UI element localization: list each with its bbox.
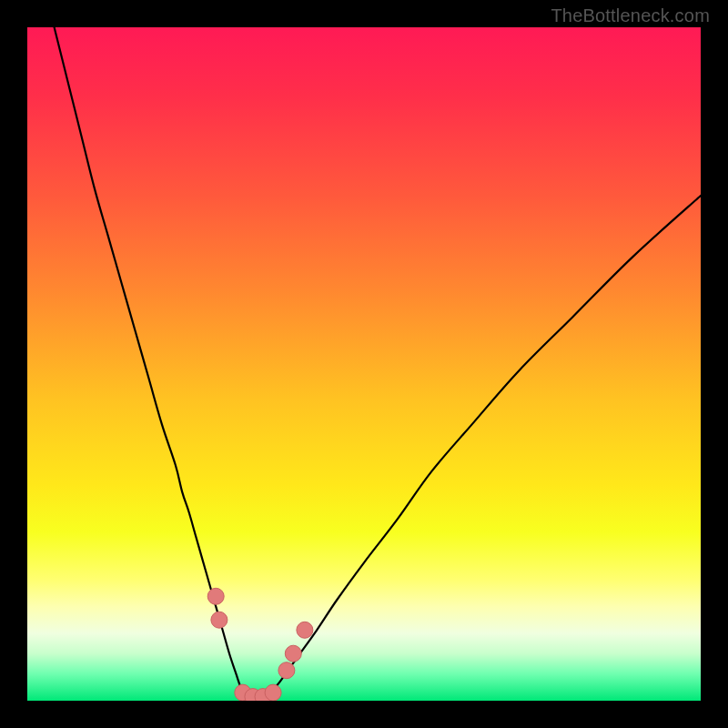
marker-point [265,684,281,701]
marker-point [278,662,295,679]
watermark-text: TheBottleneck.com [551,5,710,26]
outer-frame: TheBottleneck.com [0,0,728,728]
marker-point [211,612,228,628]
chart-svg [27,27,701,701]
gradient-background [27,27,701,701]
marker-point [207,588,224,604]
marker-point [285,645,301,662]
plot-area [27,27,701,701]
marker-point [297,622,313,638]
